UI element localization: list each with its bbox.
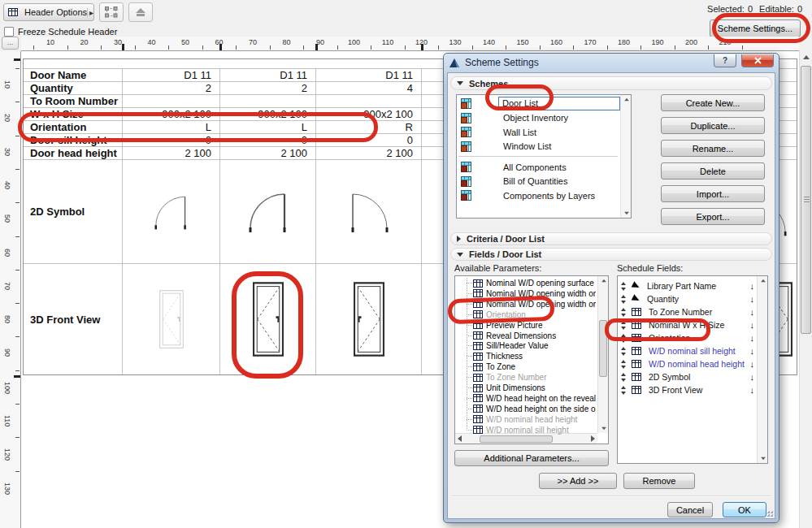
parameter-item[interactable]: W/D head height on the reveal sid bbox=[457, 393, 596, 404]
scheme-list-item[interactable]: All Components bbox=[458, 160, 616, 174]
reorder-handle-icon[interactable] bbox=[621, 321, 627, 330]
schedule-field-item[interactable]: Quantity↓ bbox=[619, 292, 756, 305]
parameter-item[interactable]: Nominal W/D opening width on th bbox=[457, 299, 596, 309]
reorder-handle-icon[interactable] bbox=[621, 295, 627, 304]
reorder-handle-icon[interactable] bbox=[621, 373, 627, 382]
criteria-section-header[interactable]: Criteria / Door List bbox=[450, 232, 772, 245]
sort-direction-icon[interactable]: ↓ bbox=[750, 372, 757, 382]
reorder-handle-icon[interactable] bbox=[621, 360, 627, 369]
import-button[interactable]: Import... bbox=[661, 185, 765, 202]
table-cell[interactable]: 0 bbox=[123, 134, 220, 146]
table-cell[interactable] bbox=[123, 95, 220, 107]
parameter-item[interactable]: Nominal W/D opening width on th bbox=[457, 288, 596, 299]
reorder-handle-icon[interactable] bbox=[621, 334, 627, 343]
sort-direction-icon[interactable]: ↓ bbox=[750, 359, 757, 369]
schedule-field-item[interactable]: 2D Symbol↓ bbox=[619, 370, 756, 383]
parameter-item[interactable]: Sill/Header Value bbox=[457, 340, 596, 351]
delete-button[interactable]: Delete bbox=[661, 162, 765, 180]
scheme-list-scrollbar[interactable] bbox=[620, 95, 631, 218]
scheme-list-item[interactable]: Components by Layers bbox=[458, 188, 616, 202]
table-cell[interactable]: 0 bbox=[316, 134, 422, 146]
sort-direction-icon[interactable]: ↓ bbox=[750, 333, 757, 343]
add-button[interactable]: >> Add >> bbox=[539, 473, 617, 489]
table-cell[interactable]: L bbox=[220, 121, 316, 133]
table-cell[interactable] bbox=[123, 264, 220, 374]
vertical-scrollbar[interactable] bbox=[799, 50, 812, 528]
remove-button[interactable]: Remove bbox=[623, 473, 695, 489]
schedule-field-item[interactable]: To Zone Number↓ bbox=[619, 305, 756, 318]
parameter-item[interactable]: Reveal Dimensions bbox=[457, 331, 596, 341]
table-cell[interactable]: R bbox=[316, 121, 422, 133]
sort-direction-icon[interactable]: ↓ bbox=[750, 294, 757, 304]
scheme-list-item[interactable]: Door List bbox=[458, 97, 616, 110]
sort-direction-icon[interactable]: ↓ bbox=[750, 385, 757, 395]
help-button[interactable]: ? bbox=[714, 54, 736, 67]
table-cell[interactable] bbox=[220, 160, 316, 263]
table-cell[interactable]: D1 11 bbox=[220, 69, 316, 81]
table-cell[interactable]: 900x2 100 bbox=[220, 108, 316, 120]
sort-direction-icon[interactable]: ↓ bbox=[750, 307, 757, 317]
parameter-item[interactable]: W/D nominal head height bbox=[457, 414, 596, 425]
duplicate-button[interactable]: Duplicate... bbox=[661, 117, 765, 134]
scroll-up-button[interactable] bbox=[800, 50, 812, 64]
table-cell[interactable]: 2 100 bbox=[220, 147, 316, 159]
reorder-handle-icon[interactable] bbox=[621, 347, 627, 356]
cancel-button[interactable]: Cancel bbox=[667, 502, 713, 517]
reorder-handle-icon[interactable] bbox=[621, 308, 627, 317]
scheme-list-item[interactable]: Window List bbox=[458, 140, 616, 154]
fields-section-header[interactable]: Fields / Door List bbox=[450, 248, 772, 261]
parameter-item[interactable]: Orientation bbox=[457, 309, 596, 320]
scrollbar-thumb[interactable] bbox=[599, 320, 607, 377]
parameter-item[interactable]: W/D nominal sill height bbox=[457, 425, 596, 435]
schemes-section-header[interactable]: Schemes bbox=[450, 76, 772, 90]
schedule-field-item[interactable]: W/D nominal head height↓ bbox=[619, 357, 756, 370]
parameter-item[interactable]: W/D head height on the side oppo bbox=[457, 404, 596, 414]
table-cell[interactable] bbox=[316, 264, 422, 374]
table-cell[interactable] bbox=[123, 160, 220, 263]
table-cell[interactable]: 2 bbox=[123, 82, 220, 94]
header-options-button[interactable]: Header Options ▸ bbox=[3, 3, 94, 21]
rename-button[interactable]: Rename... bbox=[661, 140, 765, 157]
sort-direction-icon[interactable]: ↓ bbox=[750, 320, 757, 330]
table-cell[interactable]: 0 bbox=[220, 134, 316, 146]
table-cell[interactable] bbox=[220, 95, 316, 107]
reorder-handle-icon[interactable] bbox=[621, 386, 627, 395]
schedule-field-item[interactable]: Orientation↓ bbox=[619, 331, 756, 344]
reorder-handle-icon[interactable] bbox=[621, 282, 627, 291]
scheme-list[interactable]: Door ListObject InventoryWall ListWindow… bbox=[456, 94, 632, 219]
scheme-list-item[interactable]: Object Inventory bbox=[458, 111, 616, 125]
parameter-item[interactable]: Nominal W/D opening surface on bbox=[457, 278, 596, 288]
dialog-titlebar[interactable]: Scheme Settings ? bbox=[444, 54, 779, 71]
table-cell[interactable] bbox=[316, 160, 422, 263]
freeze-header-checkbox[interactable] bbox=[4, 27, 14, 37]
schedule-field-item[interactable]: Library Part Name↓ bbox=[619, 279, 756, 292]
scheme-name-edit-field[interactable]: Door List bbox=[498, 97, 620, 110]
parameters-vscrollbar[interactable] bbox=[597, 276, 608, 433]
marquee-tool-button[interactable] bbox=[99, 2, 124, 22]
ok-button[interactable]: OK bbox=[723, 502, 766, 517]
scheme-list-item[interactable]: Wall List bbox=[458, 125, 616, 139]
ruler-options-button[interactable]: ... bbox=[2, 37, 19, 50]
table-cell[interactable]: 4 bbox=[316, 82, 422, 94]
export-button[interactable]: Export... bbox=[661, 208, 765, 225]
table-cell[interactable]: 900x2 100 bbox=[123, 108, 220, 120]
publish-button[interactable] bbox=[128, 2, 153, 22]
table-cell[interactable]: 2 bbox=[220, 82, 316, 94]
schedule-fields-list[interactable]: Library Part Name↓Quantity↓To Zone Numbe… bbox=[617, 275, 768, 464]
scrollbar-thumb[interactable] bbox=[801, 66, 811, 334]
parameter-item[interactable]: Unit Dimensions bbox=[457, 383, 596, 393]
table-cell[interactable]: L bbox=[123, 121, 220, 133]
available-parameters-list[interactable]: Nominal W/D opening surface onNominal W/… bbox=[454, 275, 609, 444]
scrollbar-thumb[interactable] bbox=[480, 435, 553, 443]
schedule-field-item[interactable]: Nominal W x H Size↓ bbox=[619, 318, 756, 331]
sort-direction-icon[interactable]: ↓ bbox=[750, 281, 757, 291]
table-cell[interactable]: D1 11 bbox=[316, 69, 422, 81]
table-cell[interactable] bbox=[220, 264, 316, 374]
scheme-settings-button[interactable]: Scheme Settings... bbox=[710, 19, 801, 37]
schedule-field-item[interactable]: 3D Front View↓ bbox=[619, 383, 756, 396]
scheme-list-item[interactable]: Bill of Quantities bbox=[458, 175, 616, 188]
table-cell[interactable]: 2 100 bbox=[123, 147, 220, 159]
table-cell[interactable]: 900x2 100 bbox=[316, 108, 422, 120]
additional-parameters-button[interactable]: Additional Parameters... bbox=[454, 450, 609, 466]
table-cell[interactable]: 2 100 bbox=[316, 147, 422, 159]
